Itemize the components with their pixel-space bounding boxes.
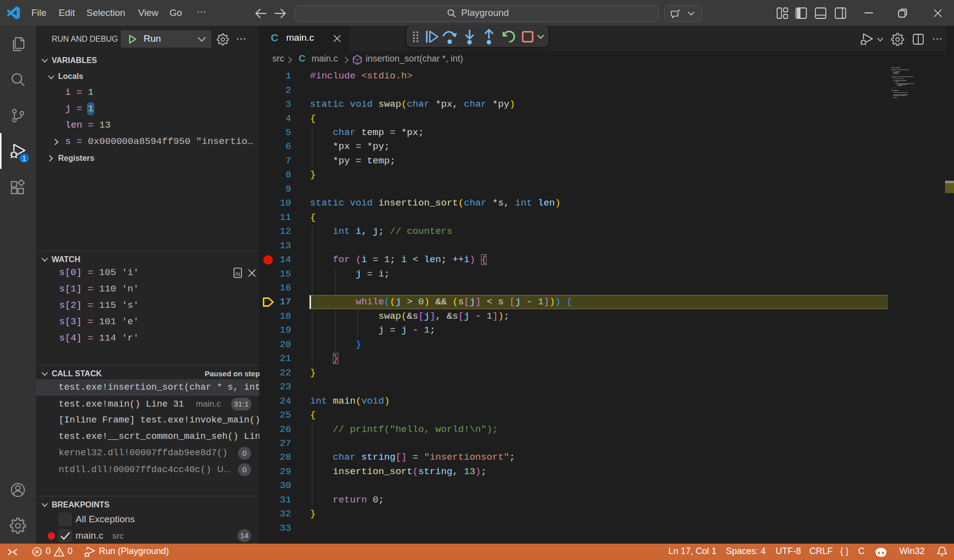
- svg-text:01: 01: [236, 272, 240, 277]
